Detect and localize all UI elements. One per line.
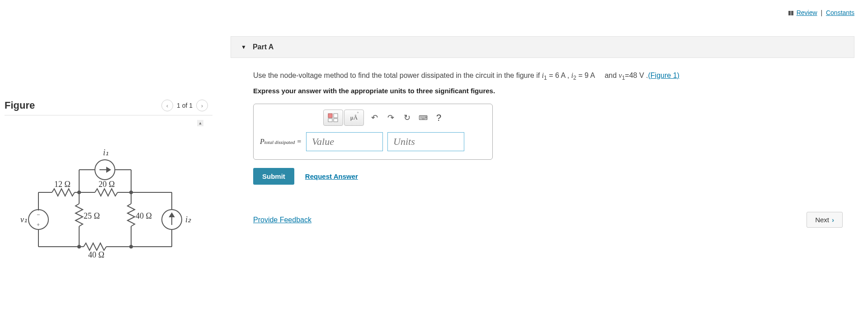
svg-text:−: − [37, 211, 40, 218]
review-link[interactable]: Review [797, 9, 817, 16]
label-r40a: 40 Ω [136, 211, 152, 220]
label-r40b: 40 Ω [88, 250, 104, 259]
label-r12: 12 Ω [54, 180, 71, 189]
submit-button[interactable]: Submit [253, 168, 294, 185]
label-i2: i₂ [185, 215, 191, 224]
label-r25: 25 Ω [84, 211, 100, 220]
templates-button[interactable] [323, 110, 343, 126]
keyboard-icon[interactable]: ⌨ [417, 112, 429, 124]
request-answer-link[interactable]: Request Answer [305, 172, 358, 180]
label-i1: i₁ [103, 148, 108, 157]
svg-marker-27 [170, 213, 174, 217]
svg-rect-33 [334, 114, 338, 118]
redo-icon[interactable]: ↷ [385, 112, 396, 124]
svg-marker-6 [107, 167, 110, 172]
svg-rect-35 [334, 119, 338, 122]
help-icon[interactable]: ? [434, 113, 444, 123]
svg-text:+: + [37, 221, 40, 228]
top-links: Review | Constants [788, 9, 854, 17]
value-input[interactable] [306, 132, 383, 151]
constants-link[interactable]: Constants [826, 9, 854, 16]
collapse-icon: ▼ [241, 44, 246, 50]
provide-feedback-link[interactable]: Provide Feedback [253, 216, 311, 224]
question-text: Use the node-voltage method to find the … [253, 70, 844, 82]
answer-label: Ptotal dissipated = [260, 138, 302, 146]
svg-rect-32 [328, 114, 332, 118]
figure-next-button[interactable]: › [196, 100, 208, 111]
answer-area: μÅ° ↶ ↷ ↻ ⌨ ? Ptotal dissipated = [253, 104, 493, 160]
figure-prev-button[interactable]: ‹ [161, 100, 173, 111]
figure-title: Figure [5, 100, 35, 111]
part-title: Part A [253, 43, 274, 51]
circuit-diagram: i₁ i₂ v₁ 12 Ω 20 Ω 25 Ω 40 Ω 40 Ω − + [5, 120, 194, 274]
next-button[interactable]: Next› [807, 212, 843, 228]
units-input[interactable] [387, 132, 464, 151]
scroll-up-icon[interactable]: ▲ [197, 120, 203, 126]
reset-icon[interactable]: ↻ [401, 112, 413, 124]
figure-link[interactable]: (Figure 1) [648, 72, 679, 79]
review-icon [788, 10, 794, 17]
label-v1: v₁ [20, 215, 27, 224]
undo-icon[interactable]: ↶ [368, 112, 380, 124]
figure-viewport[interactable]: ▲ [5, 120, 203, 283]
units-button[interactable]: μÅ° [344, 110, 364, 126]
svg-rect-34 [328, 119, 332, 122]
instruction-text: Express your answer with the appropriate… [253, 87, 844, 95]
part-header[interactable]: ▼ Part A [231, 36, 854, 58]
chevron-right-icon: › [832, 216, 834, 224]
figure-nav-label: 1 of 1 [177, 102, 193, 109]
label-r20: 20 Ω [99, 180, 115, 189]
